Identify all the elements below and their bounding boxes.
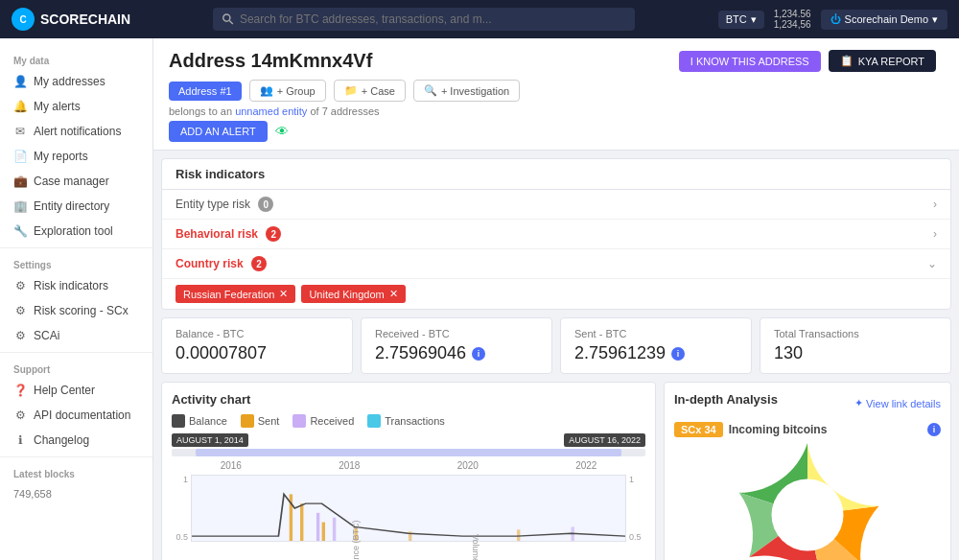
sidebar-item-scai[interactable]: ⚙ SCAi [0, 323, 152, 348]
sidebar-item-api-docs[interactable]: ⚙ API documentation [0, 403, 152, 428]
entity-link[interactable]: unnamed entity [235, 105, 310, 117]
activity-chart-panel: Activity chart Balance Sent Received [161, 382, 656, 560]
total-tx-label: Total Transactions [774, 328, 937, 339]
belongs-text: belongs to an unnamed entity of 7 addres… [169, 105, 520, 117]
sidebar-item-help-center[interactable]: ❓ Help Center [0, 378, 152, 403]
country-risk-row[interactable]: Country risk 2 ⌄ [162, 249, 950, 279]
search-icon [222, 13, 234, 25]
entity-type-risk-badge: 0 [258, 197, 273, 212]
country-tags: Russian Federation ✕ United Kingdom ✕ [162, 279, 950, 309]
latest-blocks-label: Latest blocks [0, 461, 152, 482]
sidebar-item-risk-indicators[interactable]: ⚙ Risk indicators [0, 273, 152, 298]
envelope-icon: ✉ [13, 125, 27, 138]
entity-type-risk-label: Entity type risk 0 [175, 197, 273, 212]
chart-date-start: AUGUST 1, 2014 [172, 433, 248, 447]
chart-svg [192, 476, 625, 541]
svg-rect-6 [322, 523, 325, 541]
tag-uk-close-icon[interactable]: ✕ [389, 288, 398, 300]
pie-chart-svg [736, 443, 879, 560]
chart-area: 1 0.5 [172, 475, 645, 542]
topnav-right: BTC ▾ 1,234.56 1,234,56 ⏻ Scorechain Dem… [718, 9, 947, 30]
sidebar-item-case-manager[interactable]: 💼 Case manager [0, 169, 152, 194]
page-title: Address 14mKmnx4Vf [169, 50, 520, 72]
gear-icon: ⚙ [13, 408, 27, 422]
svg-rect-4 [300, 503, 303, 541]
legend-sent-dot [241, 414, 254, 428]
currency-selector[interactable]: BTC ▾ [718, 11, 764, 29]
risk-indicators-section: Risk indicators Entity type risk 0 › Beh… [161, 158, 951, 310]
address-badge-button[interactable]: Address #1 [169, 82, 242, 101]
eye-icon[interactable]: 👁 [275, 124, 289, 139]
support-section-label: Support [0, 357, 152, 378]
add-alert-button[interactable]: ADD AN ALERT [169, 121, 268, 142]
chart-timeline-bar[interactable] [172, 449, 645, 456]
know-address-button[interactable]: I KNOW THIS ADDRESS [679, 51, 821, 72]
stats-row: Balance - BTC 0.00007807 Received - BTC … [161, 317, 951, 374]
sent-info-icon[interactable]: i [671, 347, 685, 361]
case-button[interactable]: 📁 + Case [334, 80, 406, 102]
gauge-icon-2: ⚙ [13, 304, 27, 317]
legend-transactions-dot [367, 414, 381, 428]
received-value: 2.75969046 i [375, 343, 538, 363]
in-depth-analysis-panel: In-depth Analysis ✦ View link details SC… [664, 382, 951, 560]
gauge-icon-3: ⚙ [13, 329, 27, 342]
search-bar[interactable] [213, 8, 635, 31]
price-display: 1,234.56 1,234,56 [774, 9, 811, 30]
stat-received: Received - BTC 2.75969046 i [361, 317, 552, 374]
briefcase-icon: 💼 [13, 175, 27, 188]
svg-rect-2 [192, 476, 625, 541]
sidebar-item-changelog[interactable]: ℹ Changelog [0, 428, 152, 453]
tag-russia-close-icon[interactable]: ✕ [279, 288, 288, 300]
activity-chart-title: Activity chart [172, 392, 645, 407]
tag-russia[interactable]: Russian Federation ✕ [175, 285, 295, 303]
sidebar-item-exploration-tool[interactable]: 🔧 Exploration tool [0, 219, 152, 244]
behavioral-risk-row[interactable]: Behavioral risk 2 › [162, 220, 950, 249]
app-logo: C SCORECHAIN [12, 8, 130, 31]
case-icon: 📁 [344, 84, 358, 97]
group-button[interactable]: 👥 + Group [249, 80, 326, 102]
svg-rect-5 [316, 513, 319, 541]
link-icon: ✦ [854, 397, 863, 409]
stat-sent: Sent - BTC 2.75961239 i [560, 317, 752, 374]
legend-sent: Sent [241, 414, 280, 428]
risk-section-title: Risk indicators [162, 159, 950, 190]
user-menu-button[interactable]: ⏻ Scorechain Demo ▾ [821, 10, 947, 30]
stat-balance: Balance - BTC 0.00007807 [161, 317, 353, 374]
question-icon: ❓ [13, 384, 27, 397]
sidebar-item-risk-scoring[interactable]: ⚙ Risk scoring - SCx [0, 298, 152, 323]
search-input[interactable] [240, 12, 626, 26]
legend-balance-dot [172, 414, 185, 428]
sidebar: My data 👤 My addresses 🔔 My alerts ✉ Ale… [0, 38, 153, 560]
sidebar-item-my-reports[interactable]: 📄 My reports [0, 144, 152, 169]
sidebar-divider-2 [0, 352, 152, 353]
received-info-icon[interactable]: i [472, 347, 485, 361]
country-chevron-icon: ⌄ [927, 257, 937, 270]
svg-line-1 [230, 20, 234, 24]
sidebar-item-alert-notifications[interactable]: ✉ Alert notifications [0, 119, 152, 144]
chart-date-end: AUGUST 16, 2022 [564, 433, 645, 447]
incoming-info-icon[interactable]: i [927, 423, 941, 436]
view-link-details[interactable]: ✦ View link details [854, 397, 941, 409]
tag-uk[interactable]: United Kingdom ✕ [301, 285, 405, 303]
page-header: Address 14mKmnx4Vf Address #1 👥 + Group … [153, 38, 959, 151]
behavioral-risk-label: Behavioral risk 2 [175, 226, 281, 242]
sidebar-divider-3 [0, 456, 152, 457]
app-name: SCORECHAIN [40, 12, 130, 27]
gauge-icon-1: ⚙ [13, 279, 27, 292]
chart-timeline-fill [196, 449, 622, 456]
person-icon: 👤 [13, 75, 27, 88]
legend-balance: Balance [172, 414, 227, 428]
sidebar-item-my-alerts[interactable]: 🔔 My alerts [0, 94, 152, 119]
country-risk-badge: 2 [251, 256, 267, 271]
sidebar-item-entity-directory[interactable]: 🏢 Entity directory [0, 194, 152, 219]
sidebar-item-my-addresses[interactable]: 👤 My addresses [0, 69, 152, 94]
header-right-actions: I KNOW THIS ADDRESS 📋 KYA REPORT [679, 50, 944, 72]
legend-received-dot [292, 414, 306, 428]
sidebar-divider-1 [0, 247, 152, 248]
kya-report-button[interactable]: 📋 KYA REPORT [829, 50, 936, 72]
investigation-button[interactable]: 🔍 + Investigation [413, 80, 520, 102]
analysis-sub-header: SCx 34 Incoming bitcoins i [674, 422, 941, 437]
sent-label: Sent - BTC [574, 328, 737, 339]
header-actions: Address #1 👥 + Group 📁 + Case 🔍 + Invest… [169, 80, 520, 102]
entity-type-risk-row[interactable]: Entity type risk 0 › [162, 190, 950, 220]
